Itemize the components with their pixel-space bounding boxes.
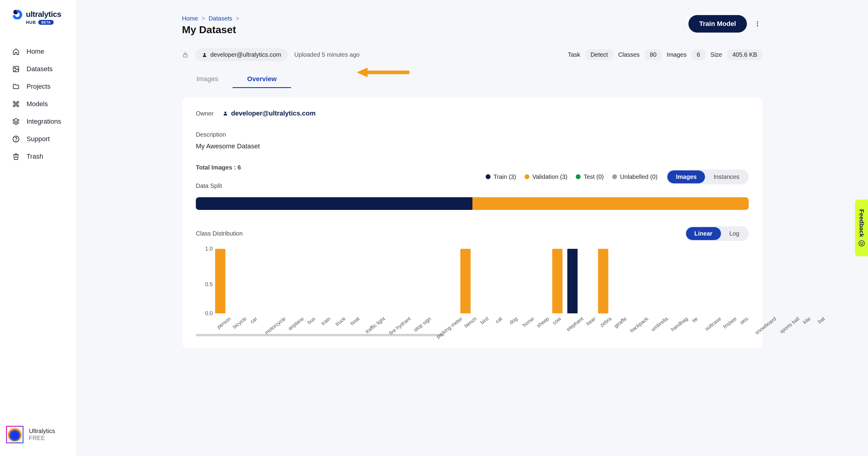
tabs: Images Overview [182,71,763,88]
stat-task: Detect [585,50,613,60]
stat-images: 6 [691,50,706,60]
beta-badge: BETA [38,20,54,25]
sidebar-nav: Home Datasets Projects Models [0,34,76,422]
brand-mark-icon [12,9,22,19]
split-toggle: Images Instances [666,170,749,184]
feedback-tab[interactable]: Feedback [855,200,868,256]
tab-images[interactable]: Images [182,71,232,88]
svg-point-14 [859,241,864,246]
command-icon [12,100,20,108]
legend-dot-validation [525,174,529,179]
scale-toggle: Linear Log [685,226,749,241]
home-icon [12,48,20,56]
avatar [6,426,24,443]
svg-marker-3 [13,118,19,121]
trash-icon [12,152,20,161]
svg-point-15 [861,243,861,243]
sidebar-item-label: Projects [27,83,50,90]
x-axis: personbicyclecarmotorcycleairplanebustra… [213,313,749,330]
more-vertical-icon [754,21,761,27]
description-value: My Awesome Dataset [196,142,749,150]
sidebar-item-datasets[interactable]: Datasets [0,60,76,78]
help-icon [12,135,20,143]
breadcrumb-home[interactable]: Home [182,15,198,22]
toggle-log-button[interactable]: Log [721,227,748,240]
svg-point-6 [757,21,758,23]
annotation-arrow-icon [357,67,411,78]
tab-overview[interactable]: Overview [232,71,291,88]
svg-point-8 [757,25,758,27]
breadcrumb: Home > Datasets > [182,15,241,22]
sidebar-item-label: Support [27,135,50,143]
sidebar-item-trash[interactable]: Trash [0,148,76,165]
bar-giraffe [567,249,578,313]
svg-marker-12 [357,67,368,77]
sidebar-item-label: Models [27,100,48,108]
content: Home > Datasets > My Dataset Train Model [76,0,868,456]
chart-plot [213,249,749,313]
brand-name: ultralytics [26,10,61,19]
stat-size: 405.6 KB [727,50,763,60]
sidebar-user[interactable]: Ultralytics FREE [0,422,76,447]
split-legend: Train (3) Validation (3) Test (0) Unlabe… [486,173,657,180]
svg-point-7 [757,23,758,24]
lock-icon [182,52,189,58]
legend-dot-train [486,174,491,179]
bar-dog [460,249,471,313]
sidebar: ultralytics HUB BETA Home Datasets [0,0,76,456]
toggle-instances-button[interactable]: Instances [705,170,748,183]
class-dist-label: Class Distribution [196,230,243,237]
data-split-bar [196,197,749,210]
svg-point-13 [224,112,226,113]
user-icon [223,111,228,116]
page-title: My Dataset [182,24,241,36]
breadcrumb-datasets[interactable]: Datasets [209,15,232,22]
sidebar-item-integrations[interactable]: Integrations [0,113,76,130]
toggle-linear-button[interactable]: Linear [686,227,721,240]
svg-point-10 [204,53,206,55]
brand-sub: HUB [26,20,36,25]
train-model-button[interactable]: Train Model [688,15,747,33]
description-label: Description [196,131,749,138]
sidebar-item-label: Integrations [27,118,61,125]
sidebar-item-home[interactable]: Home [0,43,76,60]
sidebar-item-label: Datasets [27,65,53,73]
svg-point-5 [16,141,16,141]
layers-icon [12,118,20,125]
logo[interactable]: ultralytics HUB BETA [0,9,76,34]
bar-umbrella [598,249,608,313]
toggle-images-button[interactable]: Images [668,170,705,183]
svg-point-2 [14,67,16,69]
sidebar-item-label: Trash [27,152,43,161]
uploaded-time: Uploaded 5 minutes ago [294,51,360,58]
sidebar-item-projects[interactable]: Projects [0,78,76,95]
user-icon [202,52,207,58]
overview-card: Owner developer@ultralytics.com Descript… [182,97,763,348]
image-icon [12,65,20,73]
bar-zebra [552,249,562,313]
owner-label: Owner [196,110,214,117]
total-images-label: Total Images : 6 [196,164,241,171]
owner-chip[interactable]: developer@ultralytics.com [195,48,288,61]
split-segment-train [196,197,472,210]
data-split-label: Data Split [196,182,241,190]
legend-dot-test [576,174,581,179]
user-name: Ultralytics [29,428,55,435]
x-label: bat [817,316,831,332]
sidebar-item-models[interactable]: Models [0,95,76,113]
svg-point-16 [862,243,863,243]
svg-rect-9 [184,55,187,57]
feedback-icon [858,240,865,247]
user-plan: FREE [29,435,55,441]
more-menu-button[interactable] [752,19,763,29]
class-distribution-chart: 1.00.50.0 personbicyclecarmotorcycleairp… [196,249,749,330]
sidebar-item-label: Home [27,48,44,56]
sidebar-item-support[interactable]: Support [0,130,76,148]
legend-dot-unlabelled [612,174,617,179]
folder-icon [12,83,20,90]
bar-person [215,249,225,313]
stat-classes: 80 [645,50,662,60]
owner-value[interactable]: developer@ultralytics.com [223,110,316,117]
dataset-stats: Task Detect Classes 80 Images 6 Size 405… [568,50,763,60]
y-axis: 1.00.50.0 [196,249,213,313]
